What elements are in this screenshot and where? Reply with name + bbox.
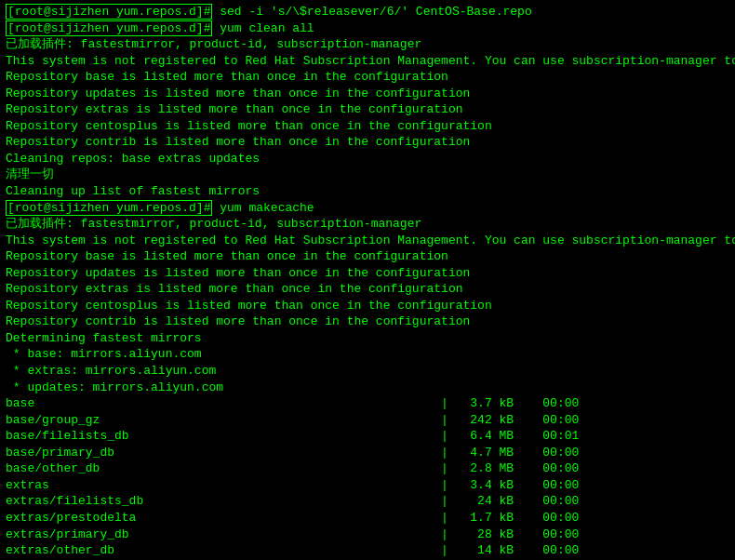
terminal-prompt-line: [root@sijizhen yum.repos.d]# sed -i 's/\… — [6, 4, 729, 20]
terminal-data-line: extras | 3.4 kB 00:00 — [6, 477, 729, 494]
terminal-data-line: base/primary_db | 4.7 MB 00:00 — [6, 445, 729, 461]
terminal-text-line: * extras: mirrors.aliyun.com — [6, 363, 729, 380]
command-text: yum makecache — [212, 201, 314, 215]
terminal: [root@sijizhen yum.repos.d]# sed -i 's/\… — [0, 0, 735, 560]
terminal-text-line: 清理一切 — [6, 167, 729, 183]
terminal-text-line: * updates: mirrors.aliyun.com — [6, 380, 729, 396]
terminal-text-line: Cleaning up list of fastest mirrors — [6, 183, 729, 200]
terminal-text-line: Repository extras is listed more than on… — [6, 101, 729, 118]
terminal-text-line: Repository base is listed more than once… — [6, 248, 729, 265]
terminal-text-line: 已加载插件: fastestmirror, product-id, subscr… — [6, 216, 729, 233]
terminal-data-line: extras/prestodelta | 1.7 kB 00:00 — [6, 510, 729, 527]
terminal-text-line: Repository updates is listed more than o… — [6, 265, 729, 282]
terminal-text-line: 已加载插件: fastestmirror, product-id, subscr… — [6, 36, 729, 53]
terminal-text-line: Repository base is listed more than once… — [6, 69, 729, 86]
terminal-text-line: * base: mirrors.aliyun.com — [6, 346, 729, 363]
command-text: sed -i 's/\$releasever/6/' CentOS-Base.r… — [212, 5, 531, 19]
terminal-data-line: base/filelists_db | 6.4 MB 00:01 — [6, 428, 729, 445]
terminal-text-line: Determining fastest mirrors — [6, 330, 729, 347]
terminal-text-line: Repository centosplus is listed more tha… — [6, 118, 729, 135]
terminal-text-line: Repository extras is listed more than on… — [6, 281, 729, 298]
prompt-box: [root@sijizhen yum.repos.d]# — [6, 20, 212, 36]
terminal-text-line: Cleaning repos: base extras updates — [6, 151, 729, 167]
terminal-data-line: base/other_db | 2.8 MB 00:00 — [6, 460, 729, 477]
terminal-data-line: extras/filelists_db | 24 kB 00:00 — [6, 493, 729, 510]
terminal-data-line: base | 3.7 kB 00:00 — [6, 395, 729, 412]
terminal-data-line: base/group_gz | 242 kB 00:00 — [6, 412, 729, 429]
terminal-text-line: Repository centosplus is listed more tha… — [6, 298, 729, 314]
terminal-data-line: extras/primary_db | 28 kB 00:00 — [6, 527, 729, 543]
command-text: yum clean all — [212, 21, 314, 35]
terminal-text-line: This system is not registered to Red Hat… — [6, 233, 729, 249]
terminal-data-line: extras/other_db | 14 kB 00:00 — [6, 542, 729, 559]
prompt-box: [root@sijizhen yum.repos.d]# — [6, 4, 212, 20]
terminal-text-line: Repository contrib is listed more than o… — [6, 313, 729, 330]
terminal-prompt-line: [root@sijizhen yum.repos.d]# yum clean a… — [6, 20, 729, 37]
prompt-box: [root@sijizhen yum.repos.d]# — [6, 200, 212, 216]
terminal-text-line: Repository updates is listed more than o… — [6, 86, 729, 102]
terminal-text-line: Repository contrib is listed more than o… — [6, 134, 729, 151]
terminal-text-line: This system is not registered to Red Hat… — [6, 53, 729, 70]
terminal-prompt-line: [root@sijizhen yum.repos.d]# yum makecac… — [6, 200, 729, 217]
